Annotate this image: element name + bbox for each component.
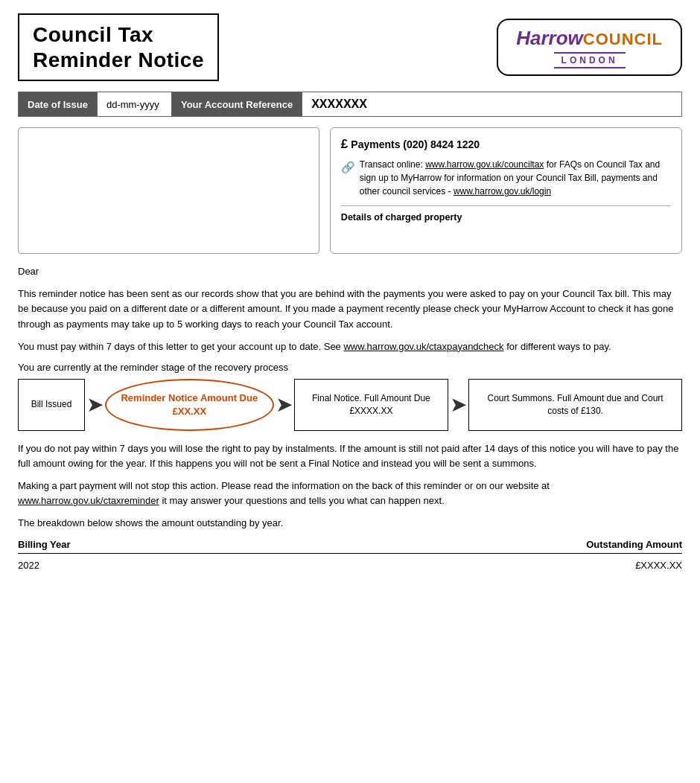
paragraph5: Making a part payment will not stop this… [18, 479, 682, 508]
stage4-box: Court Summons. Full Amount due and Court… [468, 379, 682, 431]
dear-text: Dear [18, 264, 682, 279]
paragraph4: If you do not pay within 7 days you will… [18, 441, 682, 471]
ctaxpayandcheck-link[interactable]: www.harrow.gov.uk/ctaxpayandcheck [343, 341, 503, 352]
title-line1: Council Tax [33, 22, 204, 48]
recovery-intro: You are currently at the reminder stage … [18, 362, 682, 373]
document-title: Council Tax Reminder Notice [18, 13, 219, 81]
stage2-oval: Reminder Notice Amount Due £XX.XX [105, 379, 274, 431]
ctaxreminder-link[interactable]: www.harrow.gov.uk/ctaxreminder [18, 495, 159, 506]
billing-table: Billing Year Outstanding Amount 2022 £XX… [18, 539, 682, 577]
content-section: £ Payments (020) 8424 1220 🔗 Transact on… [18, 127, 682, 254]
logo-london: LONDON [554, 52, 626, 68]
paragraph6: The breakdown below shows the amount out… [18, 516, 682, 531]
paragraph2-pre: You must pay within 7 days of this lette… [18, 341, 341, 352]
recovery-stages: Bill Issued ➤ Reminder Notice Amount Due… [18, 379, 682, 431]
logo-harrow: Harrow [516, 27, 583, 49]
charged-property-label: Details of charged property [341, 205, 671, 223]
arrow2-icon: ➤ [274, 392, 294, 417]
logo-text-combined: HarrowCOUNCIL [516, 28, 663, 49]
paragraph5-post: it may answer your questions and tells y… [162, 495, 444, 506]
billing-year: 2022 [18, 560, 39, 571]
billing-amount: £XXXX.XX [635, 560, 682, 571]
title-line2: Reminder Notice [33, 48, 204, 73]
page-header: Council Tax Reminder Notice HarrowCOUNCI… [18, 13, 682, 81]
address-box [18, 127, 319, 254]
payment-body: 🔗 Transact online: www.harrow.gov.uk/cou… [341, 158, 671, 198]
arrow1-icon: ➤ [85, 392, 105, 417]
ref-label: Your Account Reference [172, 92, 302, 116]
stage2-wrapper: Reminder Notice Amount Due £XX.XX [105, 379, 274, 431]
payment-title: £ Payments (020) 8424 1220 [341, 137, 671, 152]
date-label: Date of Issue [19, 92, 98, 116]
logo-council: COUNCIL [583, 30, 663, 48]
pound-icon: £ [341, 137, 348, 152]
col-year-header: Billing Year [18, 539, 71, 550]
paragraph5-pre: Making a part payment will not stop this… [18, 480, 550, 491]
info-bar: Date of Issue dd-mm-yyyy Your Account Re… [18, 92, 682, 117]
billing-header: Billing Year Outstanding Amount [18, 539, 682, 553]
council-logo: HarrowCOUNCIL LONDON [497, 19, 682, 76]
paragraph2-post: for different ways to pay. [506, 341, 611, 352]
stage3-label: Final Notice. Full Amount Due £XXXX.XX [302, 392, 441, 418]
col-amount-header: Outstanding Amount [586, 539, 682, 550]
payment-box: £ Payments (020) 8424 1220 🔗 Transact on… [330, 127, 682, 254]
date-value: dd-mm-yyyy [98, 92, 172, 116]
paragraph2: You must pay within 7 days of this lette… [18, 339, 682, 354]
stage3-box: Final Notice. Full Amount Due £XXXX.XX [294, 379, 449, 431]
paragraph1: This reminder notice has been sent as ou… [18, 287, 682, 331]
table-row: 2022 £XXXX.XX [18, 553, 682, 577]
arrow3-icon: ➤ [448, 392, 468, 417]
link-icon: 🔗 [341, 159, 355, 198]
stage1-box: Bill Issued [18, 379, 85, 431]
stage1-label: Bill Issued [31, 398, 72, 411]
counciltax-link[interactable]: www.harrow.gov.uk/counciltax [425, 159, 544, 170]
ref-value: XXXXXXX [302, 92, 392, 116]
payment-heading: Payments (020) 8424 1220 [351, 138, 480, 150]
login-link[interactable]: www.harrow.gov.uk/login [454, 186, 551, 196]
stage4-label: Court Summons. Full Amount due and Court… [477, 392, 674, 418]
stage2-label: Reminder Notice Amount Due £XX.XX [118, 392, 261, 418]
payment-text: Transact online: www.harrow.gov.uk/counc… [360, 158, 671, 198]
